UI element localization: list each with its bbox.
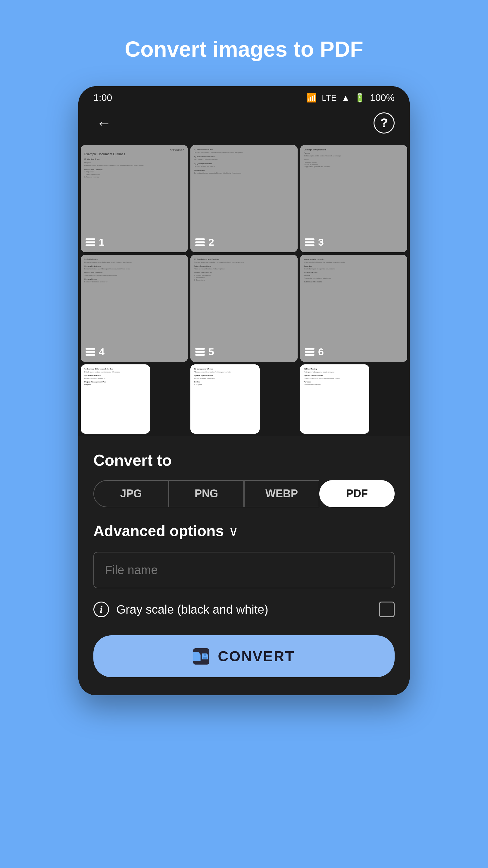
format-tab-pdf[interactable]: PDF [319, 480, 395, 507]
grid-item[interactable]: Implementation security All items includ… [300, 255, 407, 362]
grid-item[interactable]: Concept of Operations Purpose Brief desc… [300, 145, 407, 252]
status-right: 📶 LTE ▲ 🔋 100% [306, 92, 395, 103]
lte-label: LTE [322, 93, 336, 103]
chevron-down-icon: ∨ [229, 524, 238, 539]
grayscale-row: i Gray scale (black and white) [93, 601, 395, 617]
item-badge-5: 5 [195, 346, 214, 358]
grid-item[interactable]: APPENDIX A Example Document Outlines IT … [81, 145, 188, 252]
item-badge-2: 2 [195, 236, 214, 248]
item-badge-6: 6 [305, 346, 324, 358]
grid-item[interactable]: 8.) Management Notes All management info… [190, 364, 260, 434]
battery-icon: 🔋 [355, 93, 365, 103]
grid-item[interactable]: 5.) Network Attributes Detailed section … [190, 145, 298, 252]
bottom-section: Convert to JPG PNG WEBP PDF Advanced opt… [78, 436, 410, 695]
doc-preview: 8.) Management Notes All management info… [190, 364, 260, 434]
convert-to-label: Convert to [93, 451, 395, 469]
grayscale-checkbox[interactable] [379, 601, 395, 617]
grid-item[interactable]: 5.) OpEx/Capex Financial breakdown and a… [81, 255, 188, 362]
format-tab-png[interactable]: PNG [169, 480, 244, 507]
file-name-input[interactable] [93, 552, 395, 588]
image-grid: APPENDIX A Example Document Outlines IT … [78, 143, 410, 436]
help-icon: ? [380, 116, 388, 130]
advanced-options-toggle[interactable]: Advanced options ∨ [93, 522, 395, 540]
save-icon [193, 648, 209, 664]
advanced-options-label: Advanced options [93, 522, 224, 540]
item-badge-4: 4 [86, 346, 104, 358]
top-nav: ← ? [78, 106, 410, 143]
svg-rect-2 [204, 653, 206, 656]
help-button[interactable]: ? [373, 113, 395, 133]
grid-item[interactable]: 7.) Contract Differences Schedule Detail… [81, 364, 150, 434]
convert-button[interactable]: CONVERT [93, 635, 395, 677]
item-badge-3: 3 [305, 236, 324, 248]
grayscale-label: Gray scale (black and white) [116, 603, 372, 616]
format-tab-jpg[interactable]: JPG [93, 480, 169, 507]
signal-icon: ▲ [341, 93, 350, 103]
doc-preview: 7.) Contract Differences Schedule Detail… [81, 364, 150, 434]
grid-item[interactable]: 5.) Cost Drivers and Funding Analysis of… [190, 255, 298, 362]
svg-rect-1 [203, 657, 207, 659]
format-tabs: JPG PNG WEBP PDF [93, 480, 395, 507]
phone-shell: 1:00 📶 LTE ▲ 🔋 100% ← ? APPENDIX A Examp… [78, 86, 410, 695]
grid-item[interactable]: 9.) Field Testing Testing methodology an… [300, 364, 369, 434]
back-button[interactable]: ← [93, 113, 115, 133]
back-arrow-icon: ← [96, 114, 111, 132]
time: 1:00 [93, 92, 112, 103]
status-bar: 1:00 📶 LTE ▲ 🔋 100% [78, 86, 410, 106]
battery-percent: 100% [370, 92, 395, 103]
page-title: Convert images to PDF [125, 36, 363, 62]
format-tab-webp[interactable]: WEBP [244, 480, 319, 507]
convert-button-label: CONVERT [218, 648, 295, 664]
item-badge-1: 1 [86, 236, 104, 248]
info-icon: i [93, 601, 109, 617]
doc-preview: 9.) Field Testing Testing methodology an… [300, 364, 369, 434]
wifi-icon: 📶 [306, 93, 317, 103]
